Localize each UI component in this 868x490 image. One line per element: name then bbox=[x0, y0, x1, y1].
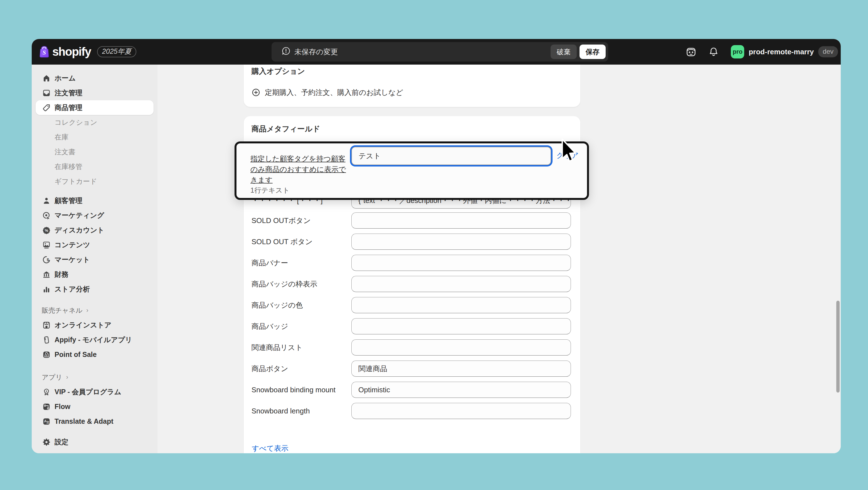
metafield-input[interactable] bbox=[351, 234, 571, 250]
sidebar-item-label: Appify - モバイルアプリ bbox=[55, 335, 132, 344]
sidebar-item-label: Point of Sale bbox=[55, 350, 96, 358]
orders-icon bbox=[42, 88, 51, 98]
metafield-label: 商品バッジの枠表示 bbox=[251, 276, 317, 292]
metafield-row: Snowboard binding mountOptimistic bbox=[244, 382, 580, 398]
metafield-definition-link[interactable]: 指定した顧客タグを持つ顧客 のみ商品のおすすめに表示で きます bbox=[250, 153, 350, 185]
sidebar-item-store[interactable]: オンラインストア bbox=[36, 318, 154, 333]
sidebar-item-chart[interactable]: ストア分析 bbox=[36, 282, 154, 296]
sidebar-subitem[interactable]: 在庫移管 bbox=[36, 159, 154, 174]
metafield-label: 関連商品リスト bbox=[251, 339, 303, 355]
metafield-label: Snowboard length bbox=[251, 403, 310, 419]
metafield-label: 商品バッジ bbox=[251, 318, 288, 335]
flow-icon bbox=[42, 402, 51, 411]
sidebar-item-flow[interactable]: Flow bbox=[36, 399, 154, 414]
sidebar-item-market[interactable]: $マーケット bbox=[36, 252, 154, 267]
sidebar-item-discount[interactable]: %ディスカウント bbox=[36, 223, 154, 237]
metafield-input[interactable] bbox=[351, 318, 571, 335]
metafield-callout: 指定した顧客タグを持つ顧客 のみ商品のおすすめに表示で きます 1行テキスト テ… bbox=[235, 141, 589, 200]
sidebar-item-content[interactable]: コンテンツ bbox=[36, 237, 154, 252]
metafield-label: SOLD OUTボタン bbox=[251, 212, 311, 229]
metafield-input[interactable] bbox=[351, 255, 571, 271]
purchase-options-title: 購入オプション bbox=[251, 66, 305, 76]
metafield-label: SOLD OUT ボタン bbox=[251, 234, 313, 250]
sidebar-item-person[interactable]: 顧客管理 bbox=[36, 193, 154, 208]
store-menu[interactable]: pro prod-remote-marry dev bbox=[731, 45, 838, 58]
discard-button[interactable]: 破棄 bbox=[551, 45, 577, 59]
sidebar-item-phone[interactable]: Appify - モバイルアプリ bbox=[36, 333, 154, 347]
sidebar-item-target[interactable]: マーケティング bbox=[36, 208, 154, 223]
metafield-row: 商品バッジ bbox=[244, 318, 580, 335]
sidebar-item-tag[interactable]: 商品管理 bbox=[36, 100, 154, 115]
metafields-title: 商品メタフィールド bbox=[251, 124, 320, 134]
sidebar-subitem[interactable]: コレクション bbox=[36, 115, 154, 130]
sidebar-item-label: ストア分析 bbox=[55, 285, 90, 294]
plus-circle-icon bbox=[251, 88, 260, 97]
sidebar-item-pos[interactable]: SPoint of Sale bbox=[36, 347, 154, 362]
sidebar-item-label: Flow bbox=[55, 403, 70, 411]
sidebar-item-label: コンテンツ bbox=[55, 240, 90, 250]
add-purchase-option-label: 定期購入、予約注文、購入前のお試しなど bbox=[265, 88, 403, 97]
sidebar-section-label: アプリ bbox=[42, 373, 62, 382]
market-icon: $ bbox=[42, 255, 51, 264]
sidebar-item-medal[interactable]: VIP - 会員プログラム bbox=[36, 384, 154, 399]
sidebar-item-label: 財務 bbox=[55, 270, 68, 279]
clear-link[interactable]: クリア bbox=[556, 151, 579, 161]
metafield-label: 商品バナー bbox=[251, 255, 288, 271]
sidebar-item-orders[interactable]: 注文管理 bbox=[36, 85, 154, 100]
sidekick-icon[interactable] bbox=[686, 47, 696, 57]
store-name: prod-remote-marry bbox=[749, 48, 814, 56]
sidebar-item-home[interactable]: ホーム bbox=[36, 71, 154, 85]
metafield-input[interactable]: Optimistic bbox=[351, 382, 571, 398]
sidebar-item-gear[interactable]: 設定 bbox=[36, 435, 154, 449]
sidebar-item-label: 注文管理 bbox=[55, 88, 82, 97]
metafield-row: SOLD OUT ボタン bbox=[244, 234, 580, 250]
add-purchase-option-row[interactable]: 定期購入、予約注文、購入前のお試しなど bbox=[251, 87, 403, 98]
metafield-input[interactable] bbox=[351, 276, 571, 292]
home-icon bbox=[42, 74, 51, 83]
content-icon bbox=[42, 240, 51, 250]
metafield-input[interactable] bbox=[351, 297, 571, 313]
purchase-options-card: 購入オプション 定期購入、予約注文、購入前のお試しなど bbox=[244, 65, 580, 107]
scrollbar-thumb[interactable] bbox=[836, 301, 840, 393]
unsaved-changes-label: 未保存の変更 bbox=[294, 47, 338, 57]
sidebar-subitem[interactable]: ギフトカード bbox=[36, 174, 154, 189]
sidebar-subitem[interactable]: 注文書 bbox=[36, 144, 154, 159]
shopify-wordmark: shopify bbox=[52, 45, 91, 58]
gear-icon bbox=[42, 437, 51, 447]
metafield-row: SOLD OUTボタン bbox=[244, 212, 580, 229]
sidebar-section-header[interactable]: 販売チャネル› bbox=[36, 303, 154, 318]
notification-bell-icon[interactable] bbox=[709, 47, 719, 57]
shopify-logo: S shopify 2025年夏 bbox=[39, 39, 136, 65]
alert-icon bbox=[282, 47, 290, 57]
sidebar-item-translate[interactable]: A文Translate & Adapt bbox=[36, 414, 154, 429]
sidebar-item-label: マーケティング bbox=[55, 211, 104, 220]
sidebar: ホーム注文管理商品管理コレクション在庫注文書在庫移管ギフトカード顧客管理マーケテ… bbox=[32, 65, 157, 453]
sidebar-section-label: 販売チャネル bbox=[42, 306, 82, 315]
sidebar-item-bank[interactable]: 財務 bbox=[36, 267, 154, 282]
sidebar-nav: ホーム注文管理商品管理コレクション在庫注文書在庫移管ギフトカード顧客管理マーケテ… bbox=[32, 65, 157, 449]
sidebar-subitem[interactable]: 在庫 bbox=[36, 130, 154, 144]
svg-text:S: S bbox=[42, 49, 46, 56]
metafield-row: 商品バナー bbox=[244, 255, 580, 271]
metafield-input[interactable] bbox=[351, 339, 571, 355]
sidebar-subitem-label: 在庫移管 bbox=[55, 162, 82, 171]
store-icon bbox=[42, 320, 51, 330]
sidebar-item-label: 顧客管理 bbox=[55, 196, 82, 205]
metafield-input[interactable] bbox=[351, 212, 571, 229]
sidebar-item-label: VIP - 会員プログラム bbox=[55, 387, 121, 397]
metafield-value-input[interactable]: テスト bbox=[351, 147, 551, 165]
metafield-row: 商品バッジの色 bbox=[244, 297, 580, 313]
show-all-link[interactable]: すべて表示 bbox=[252, 443, 288, 453]
sidebar-section-header[interactable]: アプリ› bbox=[36, 370, 154, 384]
metafield-input[interactable]: 関連商品 bbox=[351, 361, 571, 377]
metafield-row: 商品ボタン関連商品 bbox=[244, 361, 580, 377]
metafield-row: 商品バッジの枠表示 bbox=[244, 276, 580, 292]
pos-icon: S bbox=[42, 350, 51, 359]
chevron-right-icon: › bbox=[66, 374, 68, 381]
metafield-input[interactable] bbox=[351, 403, 571, 419]
bank-icon bbox=[42, 270, 51, 279]
save-button[interactable]: 保存 bbox=[580, 45, 606, 59]
tag-icon bbox=[42, 103, 51, 113]
unsaved-changes-bar: 未保存の変更 破棄 保存 bbox=[272, 42, 608, 61]
metafield-row: Snowboard length bbox=[244, 403, 580, 419]
